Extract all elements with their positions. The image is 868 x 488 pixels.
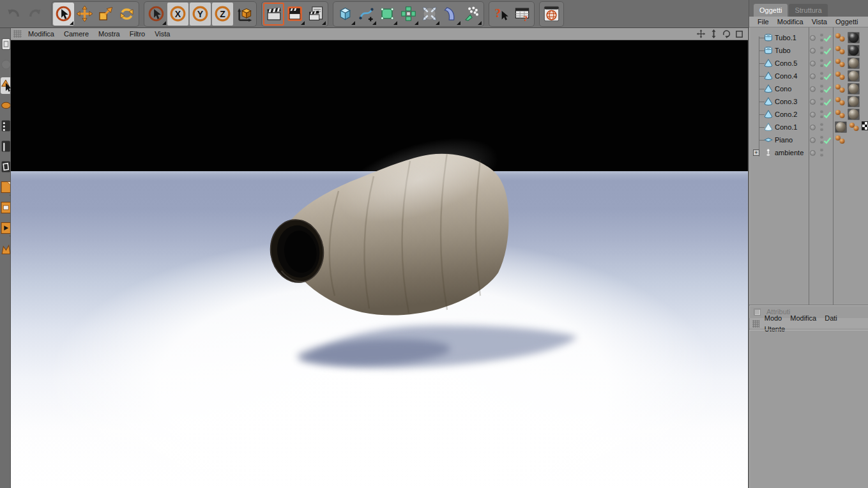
add-particle-button[interactable] [419, 3, 440, 26]
render-visibility-dot[interactable] [820, 128, 823, 131]
render-visibility-dot[interactable] [820, 153, 823, 156]
attr-menu-modifica[interactable]: Modifica [790, 314, 816, 322]
object-row-cono-5[interactable]: Cono.5 [749, 57, 868, 70]
viewport-menu-filtro[interactable]: Filtro [130, 30, 145, 38]
om-menu-modifica[interactable]: Modifica [777, 18, 803, 26]
selection-tool-button[interactable] [146, 3, 167, 26]
layer-dot[interactable] [810, 48, 816, 54]
phong-tag[interactable] [835, 83, 846, 95]
phong-tag[interactable] [835, 32, 846, 44]
polygon-mode-button[interactable] [1, 159, 11, 176]
phong-tag[interactable] [835, 134, 846, 146]
lock-x-axis-button[interactable]: X [167, 3, 188, 26]
phong-tag[interactable] [835, 57, 846, 70]
compositing-tag[interactable] [862, 121, 868, 132]
material-gray-tag[interactable] [835, 121, 847, 134]
lock-y-axis-button[interactable]: Y [190, 3, 211, 26]
layer-dot[interactable] [810, 137, 816, 143]
object-row-cono-1[interactable]: Cono.1 [749, 121, 868, 133]
render-settings-button[interactable] [305, 3, 326, 26]
phong-tag[interactable] [849, 121, 860, 133]
add-scene-button[interactable] [461, 3, 482, 26]
phong-tag[interactable] [835, 109, 846, 121]
object-row-piano[interactable]: Piano [749, 133, 868, 146]
layer-dot[interactable] [810, 35, 816, 41]
viewport-maximize-button[interactable] [734, 29, 744, 39]
enabled-check-icon[interactable] [823, 137, 832, 146]
layer-dot[interactable] [810, 150, 816, 156]
object-row-cono-2[interactable]: Cono.2 [749, 108, 868, 121]
material-gray-tag[interactable] [848, 83, 860, 96]
editor-visibility-dot[interactable] [820, 148, 823, 151]
object-row-cono-4[interactable]: Cono.4 [749, 70, 868, 82]
enabled-check-icon[interactable] [823, 73, 832, 82]
attr-menu-modo[interactable]: Modo [765, 314, 782, 322]
layer-dot[interactable] [810, 125, 816, 130]
enabled-check-icon[interactable] [823, 47, 832, 56]
material-gray-tag[interactable] [848, 57, 860, 70]
object-row-cono[interactable]: Cono [749, 82, 868, 95]
add-primitive-button[interactable] [335, 3, 356, 26]
object-row-ambiente[interactable]: +ambiente [749, 146, 868, 159]
layer-dot[interactable] [810, 99, 816, 105]
material-dark-tag[interactable] [848, 32, 860, 45]
editor-visibility-dot[interactable] [820, 123, 823, 126]
object-row-tubo-1[interactable]: Tubo.1 [749, 31, 868, 44]
texture-axis-mode-button[interactable] [1, 200, 11, 217]
undo-button[interactable] [3, 3, 24, 26]
workplane-lock-button[interactable] [1, 241, 11, 257]
animation-mode-button[interactable] [1, 220, 11, 237]
viewport-menu-modifica[interactable]: Modifica [28, 30, 54, 38]
om-menu-file[interactable]: File [758, 18, 769, 26]
scale-button[interactable] [95, 3, 116, 26]
object-manager-list[interactable]: Tubo.1TuboCono.5Cono.4ConoCono.3Cono.2Co… [749, 27, 868, 305]
om-menu-vista[interactable]: Vista [812, 18, 827, 26]
online-help-button[interactable] [541, 3, 562, 26]
viewport-menu-camere[interactable]: Camere [64, 30, 89, 38]
viewport-menu-mostra[interactable]: Mostra [98, 30, 120, 38]
material-gray-tag[interactable] [848, 96, 860, 109]
command-manager-button[interactable]: ? [512, 3, 533, 26]
add-modeling-button[interactable] [398, 3, 419, 26]
drag-handle-icon[interactable] [13, 30, 22, 38]
viewport-pan-button[interactable] [696, 29, 706, 39]
point-mode-button[interactable] [1, 118, 11, 135]
phong-tag[interactable] [835, 96, 846, 108]
material-dark-tag[interactable] [848, 45, 860, 57]
add-hypernurbs-button[interactable] [377, 3, 398, 26]
layer-dot[interactable] [810, 73, 816, 79]
layer-dot[interactable] [810, 112, 816, 118]
add-spline-button[interactable] [356, 3, 377, 26]
texture-mode-button[interactable] [1, 179, 11, 196]
help-button[interactable]: ? [491, 3, 512, 26]
enabled-check-icon[interactable] [823, 60, 832, 69]
enabled-check-icon[interactable] [823, 98, 832, 107]
phong-tag[interactable] [835, 45, 846, 57]
add-deformer-button[interactable] [440, 3, 461, 26]
viewport-menu-vista[interactable]: Vista [155, 30, 170, 38]
make-editable-button[interactable] [1, 36, 11, 53]
viewport-zoom-button[interactable] [708, 29, 719, 39]
lock-z-axis-button[interactable]: Z [212, 3, 233, 26]
move-button[interactable] [74, 3, 95, 26]
tab-struttura[interactable]: Struttura [789, 4, 827, 17]
render-picture-viewer-button[interactable] [284, 3, 305, 26]
redo-button[interactable] [24, 3, 45, 26]
viewport-canvas[interactable] [11, 40, 748, 488]
rotate-button[interactable] [116, 3, 137, 26]
object-row-cono-3[interactable]: Cono.3 [749, 95, 868, 108]
object-row-tubo[interactable]: Tubo [749, 44, 868, 57]
render-view-button[interactable] [263, 3, 284, 26]
layer-dot[interactable] [810, 61, 816, 66]
drag-handle-icon[interactable] [752, 320, 759, 328]
model-mode-button[interactable] [1, 57, 11, 73]
enabled-check-icon[interactable] [823, 34, 832, 43]
viewport-rotate-button[interactable] [721, 29, 731, 39]
phong-tag[interactable] [835, 70, 846, 82]
edge-mode-button[interactable] [1, 139, 11, 155]
live-selection-button[interactable] [53, 3, 74, 26]
tab-oggetti[interactable]: Oggetti [754, 4, 788, 17]
layer-dot[interactable] [810, 86, 816, 92]
enabled-check-icon[interactable] [823, 111, 832, 120]
material-gray-tag[interactable] [848, 70, 860, 83]
